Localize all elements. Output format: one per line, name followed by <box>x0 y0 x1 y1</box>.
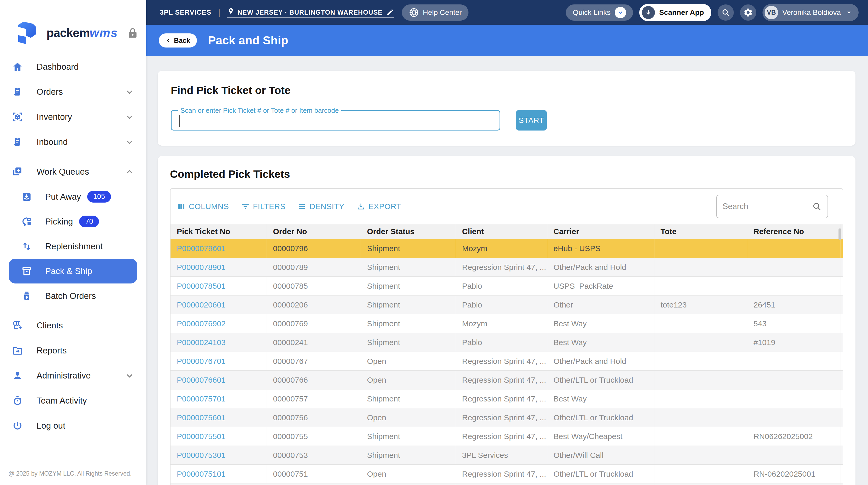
pick-ticket-link[interactable]: P0000075501 <box>177 432 226 441</box>
warehouse-selector[interactable]: NEW JERSEY · BURLINGTON WAREHOUSE <box>227 7 394 18</box>
export-button[interactable]: EXPORT <box>356 202 401 211</box>
sidebar-item-batch-orders[interactable]: Batch Orders <box>0 284 146 308</box>
table-cell <box>654 465 747 483</box>
sidebar-item-label: Administrative <box>36 371 91 381</box>
column-header[interactable]: Tote <box>654 224 747 239</box>
help-center-icon <box>409 7 419 18</box>
pick-ticket-link[interactable]: P0000075701 <box>177 394 226 403</box>
pick-ticket-link[interactable]: P0000076902 <box>177 319 226 328</box>
table-cell: 00000757 <box>267 389 361 408</box>
sidebar-item-orders[interactable]: Orders <box>0 79 146 104</box>
table-row[interactable]: P000002410300000241ShipmentPabloBest Way… <box>170 333 843 352</box>
table-row[interactable]: P000007530100000753Shipment3PL ServicesO… <box>170 446 843 465</box>
pick-ticket-link[interactable]: P0000076601 <box>177 376 226 384</box>
sidebar-item-log-out[interactable]: Log out <box>0 413 146 438</box>
table-row[interactable]: P000007510100000751OpenRegression Sprint… <box>170 465 843 483</box>
table-row[interactable]: P000007850100000785ShipmentPabloUSPS_Pac… <box>170 277 843 295</box>
density-button[interactable]: DENSITY <box>298 202 344 211</box>
sidebar-item-inbound[interactable]: Inbound <box>0 129 146 155</box>
table-cell: RN-06202025001 <box>747 465 841 483</box>
orders-icon <box>12 87 23 97</box>
picking-icon <box>21 216 32 227</box>
inventory-icon <box>12 111 23 122</box>
pick-ticket-link[interactable]: P0000078901 <box>177 263 226 271</box>
filters-button[interactable]: FILTERS <box>241 202 286 211</box>
user-menu[interactable]: VB Veronika Boldiova <box>763 4 859 21</box>
sidebar-item-replenishment[interactable]: Replenishment <box>0 234 146 259</box>
table-row[interactable]: P000007960100000796ShipmentMozymeHub - U… <box>170 239 843 258</box>
vertical-scrollbar[interactable] <box>838 228 841 240</box>
table-row[interactable]: P000007560100000756OpenRegression Sprint… <box>170 408 843 427</box>
pick-ticket-link[interactable]: P0000078501 <box>177 282 226 290</box>
table-row[interactable]: P000007660100000766OpenRegression Sprint… <box>170 371 843 389</box>
column-header[interactable]: Client <box>456 224 547 239</box>
sidebar-item-team-activity[interactable]: Team Activity <box>0 388 146 413</box>
sidebar-item-label: Inbound <box>36 137 68 147</box>
column-header[interactable]: Reference No <box>747 224 841 239</box>
help-center-button[interactable]: Help Center <box>402 4 468 21</box>
edit-pencil-icon[interactable] <box>386 8 394 16</box>
column-header[interactable]: Order Status <box>361 224 456 239</box>
sidebar-item-administrative[interactable]: Administrative <box>0 363 146 388</box>
main-area: 3PL SERVICES | NEW JERSEY · BURLINGTON W… <box>146 0 868 485</box>
column-header[interactable]: Order No <box>267 224 361 239</box>
table-cell <box>170 483 267 485</box>
table-row[interactable]: P000007890100000789ShipmentRegression Sp… <box>170 258 843 277</box>
sidebar-item-inventory[interactable]: Inventory <box>0 104 146 129</box>
table-cell: 00000755 <box>267 427 361 446</box>
start-button[interactable]: START <box>516 110 547 131</box>
lock-icon[interactable] <box>127 26 138 39</box>
table-row[interactable]: P000002060100000206ShipmentPabloOthertot… <box>170 295 843 314</box>
table-cell: Other/LTL or Truckload <box>547 465 654 483</box>
count-badge: 105 <box>87 191 111 202</box>
pick-ticket-link[interactable]: P0000020601 <box>177 300 226 309</box>
table-cell <box>841 465 843 483</box>
sidebar-item-picking[interactable]: Picking70 <box>0 209 146 234</box>
table-cell: Open <box>361 352 456 371</box>
sidebar-item-clients[interactable]: Clients <box>0 313 146 338</box>
pick-ticket-link[interactable]: P0000079601 <box>177 244 226 253</box>
sidebar-item-label: Team Activity <box>36 396 87 406</box>
table-cell: Open <box>361 408 456 427</box>
pick-ticket-link[interactable]: P0000024103 <box>177 338 226 347</box>
table-cell <box>841 446 843 465</box>
table-cell: #1019 <box>747 333 841 352</box>
pick-ticket-link[interactable]: P0000075101 <box>177 470 226 478</box>
filters-label: FILTERS <box>253 202 286 211</box>
scanner-app-button[interactable]: Scanner App <box>639 4 711 21</box>
table-row[interactable]: P000007570100000757ShipmentRegression Sp… <box>170 389 843 408</box>
table-search-input[interactable] <box>722 202 812 211</box>
table-cell <box>747 389 841 408</box>
pick-ticket-link[interactable]: P0000076701 <box>177 357 226 365</box>
search-button[interactable] <box>718 4 734 21</box>
table-cell <box>654 333 747 352</box>
back-button[interactable]: Back <box>159 33 197 47</box>
sidebar-item-pack-ship[interactable]: Pack & Ship <box>9 259 137 284</box>
table-cell <box>841 239 843 258</box>
sidebar-item-reports[interactable]: Reports <box>0 338 146 363</box>
table-cell: 00000766 <box>267 371 361 389</box>
table-cell: Shipment <box>361 446 456 465</box>
sidebar-item-put-away[interactable]: Put Away105 <box>0 184 146 209</box>
table-row[interactable]: P000007670100000767OpenRegression Sprint… <box>170 352 843 371</box>
quick-links-button[interactable]: Quick Links <box>566 4 633 21</box>
table-cell <box>747 483 841 485</box>
table-cell <box>747 258 841 277</box>
settings-button[interactable] <box>740 4 756 21</box>
table-cell: Mozym <box>456 239 547 258</box>
chevron-down-icon <box>125 137 134 147</box>
table-row[interactable]: P000007690200000769ShipmentMozymBest Way… <box>170 314 843 333</box>
column-header[interactable]: Pick Ticket No <box>170 224 267 239</box>
column-header[interactable]: Carrier <box>547 224 654 239</box>
pick-ticket-link[interactable]: P0000075301 <box>177 451 226 459</box>
team-activity-icon <box>12 395 23 406</box>
table-row[interactable]: P000007550100000755ShipmentRegression Sp… <box>170 427 843 446</box>
sidebar-item-work-queues[interactable]: Work Queues <box>0 159 146 184</box>
pick-ticket-link[interactable]: P0000075601 <box>177 413 226 422</box>
table-cell: RN06262025002 <box>747 427 841 446</box>
table-card-title: Completed Pick Tickets <box>170 168 843 181</box>
sidebar-item-dashboard[interactable]: Dashboard <box>0 54 146 79</box>
table-cell: Other/LTL or Truckload <box>547 408 654 427</box>
sidebar-item-label: Batch Orders <box>45 291 96 301</box>
columns-button[interactable]: COLUMNS <box>177 202 229 211</box>
